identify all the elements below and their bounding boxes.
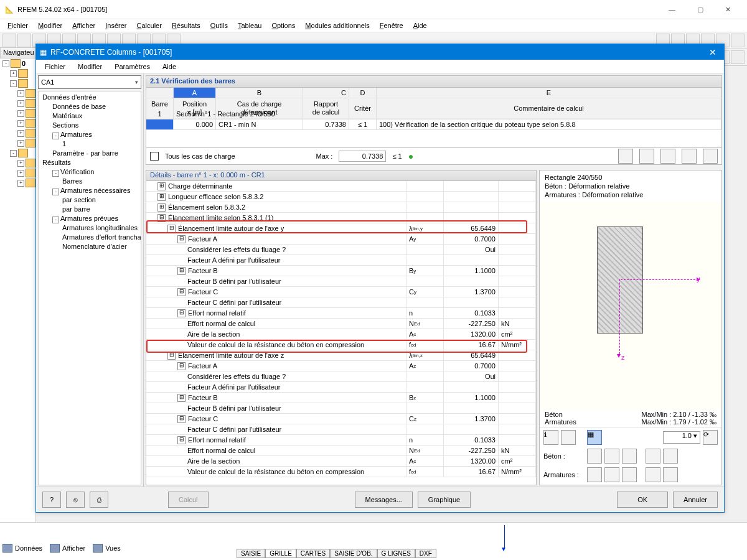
menu-fichier[interactable]: Fichier xyxy=(2,21,33,30)
mode-tab[interactable]: G LIGNES xyxy=(377,549,415,558)
detail-row[interactable]: ⊟Effort normal relatifn0.1033 xyxy=(146,435,536,446)
dialog-menu-modifier[interactable]: Modifier xyxy=(72,62,108,72)
zoom-factor[interactable]: 1.0 ▾ xyxy=(663,431,700,444)
tree-item[interactable]: Barres xyxy=(40,177,139,186)
arm-mode-4[interactable] xyxy=(646,467,660,482)
dialog-titlebar[interactable]: ▦ RF-CONCRETE Columns - [001705] ✕ xyxy=(36,44,724,60)
menu-insérer[interactable]: Insérer xyxy=(100,21,131,30)
tree-item[interactable]: Sections xyxy=(40,121,139,130)
all-load-cases-checkbox[interactable] xyxy=(150,152,159,161)
arm-mode-1[interactable] xyxy=(587,467,602,482)
tree-item[interactable]: Matériaux xyxy=(40,111,139,121)
beton-mode-2[interactable] xyxy=(604,449,619,464)
toolbar-btn-4[interactable] xyxy=(682,149,697,164)
messages-button[interactable]: Messages... xyxy=(355,492,413,508)
detail-row[interactable]: Valeur de calcul de la résistance du bét… xyxy=(146,340,536,350)
tree-item[interactable]: par section xyxy=(40,195,139,205)
tree-item[interactable]: -Armatures nécessaires xyxy=(40,186,139,195)
details-grid[interactable]: ⊞Charge déterminante⊞Longueur efficace s… xyxy=(146,181,537,485)
detail-row[interactable]: ⊞Charge déterminante xyxy=(146,181,536,192)
toolbar-btn-2[interactable] xyxy=(639,149,654,164)
navigator-tree[interactable]: -0 + - + + + + + + - + + + xyxy=(0,58,36,523)
menu-résultats[interactable]: Résultats xyxy=(167,21,205,30)
menu-outils[interactable]: Outils xyxy=(205,21,233,30)
detail-row[interactable]: Aire de la sectionAc1320.00cm² xyxy=(146,329,536,340)
mode-tab[interactable]: GRILLE xyxy=(265,549,296,558)
dialog-menubar[interactable]: FichierModifierParamètresAide xyxy=(36,60,724,74)
detail-row[interactable]: Facteur C défini par l'utilisateur xyxy=(146,297,536,308)
toolbar-btn-3[interactable] xyxy=(660,149,675,164)
tree-item[interactable]: Armatures longitudinales xyxy=(40,223,139,233)
detail-row[interactable]: Aire de la sectionAc1320.00cm² xyxy=(146,456,536,467)
detail-row[interactable]: Effort normal de calculNEd-227.250kN xyxy=(146,446,536,456)
graphique-button[interactable]: Graphique xyxy=(418,492,471,508)
tree-item[interactable]: -Vérification xyxy=(40,167,139,177)
menu-modules additionnels[interactable]: Modules additionnels xyxy=(300,21,374,30)
detail-row[interactable]: ⊟Effort normal relatifn0.1033 xyxy=(146,308,536,319)
mode-tab[interactable]: DXF xyxy=(415,549,436,558)
ok-button[interactable]: OK xyxy=(617,492,668,508)
detail-row[interactable]: Facteur C défini par l'utilisateur xyxy=(146,424,536,435)
menu-afficher[interactable]: Afficher xyxy=(67,21,100,30)
tree-item[interactable]: Résultats xyxy=(40,158,139,167)
tree-item[interactable]: Armatures d'effort trancha xyxy=(40,233,139,242)
detail-row[interactable]: ⊟Élancement limite selon 5.8.3.1 (1) xyxy=(146,213,536,223)
menu-options[interactable]: Options xyxy=(266,21,300,30)
beton-mode-4[interactable] xyxy=(646,449,660,464)
detail-row[interactable]: ⊟Facteur CCz1.3700 xyxy=(146,414,536,424)
close-button[interactable]: ✕ xyxy=(714,0,742,19)
detail-row[interactable]: Facteur A défini par l'utilisateur xyxy=(146,382,536,393)
export-button[interactable]: ⎋ xyxy=(66,492,85,508)
detail-row[interactable]: Considérer les effets du fluage ?Oui xyxy=(146,245,536,255)
beton-mode-1[interactable] xyxy=(587,449,602,464)
hatch-button[interactable]: ▦ xyxy=(587,430,602,445)
tree-item[interactable]: Données de base xyxy=(40,102,139,111)
detail-row[interactable]: ⊟Élancement limite autour de l'axe zλlim… xyxy=(146,350,536,361)
beton-mode-5[interactable] xyxy=(663,449,678,464)
tree-item[interactable]: -Armatures xyxy=(40,130,139,139)
detail-row[interactable]: Effort normal de calculNEd-227.250kN xyxy=(146,319,536,329)
input-tree[interactable]: Données d'entréeDonnées de baseMatériaux… xyxy=(38,91,141,485)
maximize-button[interactable]: ▢ xyxy=(686,0,714,19)
view-tab[interactable]: Afficher xyxy=(50,544,85,553)
arm-mode-2[interactable] xyxy=(604,467,619,482)
preview-canvas[interactable]: y z xyxy=(540,202,721,409)
detail-row[interactable]: Valeur de calcul de la résistance du bét… xyxy=(146,467,536,477)
print-button[interactable]: ⎙ xyxy=(90,492,108,508)
detail-row[interactable]: ⊟Facteur BBz1.1000 xyxy=(146,393,536,403)
detail-row[interactable]: ⊟Élancement limite autour de l'axe yλlim… xyxy=(146,223,536,234)
dialog-close-button[interactable]: ✕ xyxy=(705,47,720,57)
detail-row[interactable]: ⊟Facteur CCy1.3700 xyxy=(146,287,536,297)
dialog-menu-paramètres[interactable]: Paramètres xyxy=(108,62,156,72)
help-button[interactable]: ? xyxy=(42,492,61,508)
results-grid[interactable]: A B C D E Barre n° Positionx [m] Cas de … xyxy=(146,88,722,148)
mode-tab[interactable]: CARTES xyxy=(296,549,330,558)
view-tab[interactable]: Vues xyxy=(93,544,121,553)
detail-row[interactable]: ⊟Facteur BBy1.1000 xyxy=(146,266,536,276)
detail-row[interactable]: Facteur B défini par l'utilisateur xyxy=(146,403,536,414)
toolbar-btn-1[interactable] xyxy=(618,149,633,164)
tree-item[interactable]: Données d'entrée xyxy=(40,93,139,102)
tree-item[interactable]: Paramètre - par barre xyxy=(40,149,139,158)
arm-mode-5[interactable] xyxy=(663,467,678,482)
detail-row[interactable]: Facteur A défini par l'utilisateur xyxy=(146,255,536,266)
main-menubar[interactable]: FichierModifierAfficherInsérerCalculerRé… xyxy=(0,19,747,32)
tree-item[interactable]: Nomenclature d'acier xyxy=(40,242,139,251)
dialog-menu-fichier[interactable]: Fichier xyxy=(39,62,72,72)
mode-tab[interactable]: SAISIE D'OB. xyxy=(330,549,377,558)
tree-item[interactable]: 1 xyxy=(40,139,139,149)
view-tab[interactable]: Données xyxy=(2,544,42,553)
tree-item[interactable]: -Armatures prévues xyxy=(40,214,139,223)
case-combo[interactable]: CA1 xyxy=(38,75,141,89)
detail-row[interactable]: Considérer les effets du fluage ?Oui xyxy=(146,371,536,382)
minimize-button[interactable]: — xyxy=(658,0,686,19)
mode-tab[interactable]: SAISIE xyxy=(237,549,265,558)
tree-item[interactable]: par barre xyxy=(40,205,139,214)
result-row-1[interactable]: 0.000 CR1 - min N 0.7338 ≤ 1 100) Vérifi… xyxy=(146,119,721,130)
calcul-button[interactable]: Calcul xyxy=(168,492,209,508)
annuler-button[interactable]: Annuler xyxy=(673,492,718,508)
beton-mode-3[interactable] xyxy=(622,449,637,464)
detail-row[interactable]: ⊟Facteur AAy0.7000 xyxy=(146,234,536,245)
detail-row[interactable]: ⊞Élancement selon 5.8.3.2 xyxy=(146,202,536,213)
menu-aide[interactable]: Aide xyxy=(408,21,432,30)
